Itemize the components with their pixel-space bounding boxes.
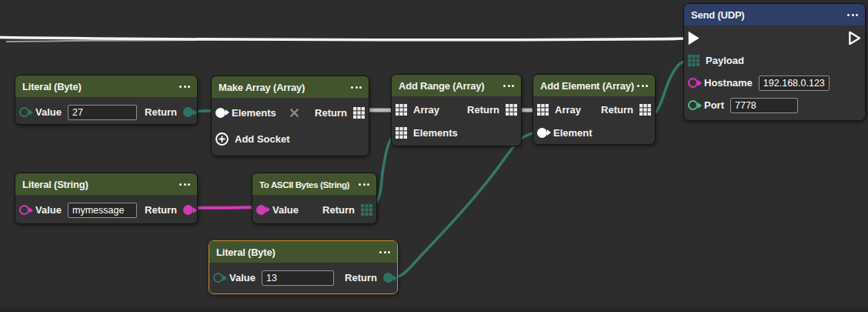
port-label: Port [704, 99, 724, 111]
node-header[interactable]: Literal (Byte) [15, 75, 197, 97]
menu-icon[interactable] [356, 183, 369, 186]
node-graph-canvas[interactable]: Literal (Byte) Value Return Make Array (… [0, 0, 868, 312]
node-header[interactable]: Add Element (Array) [533, 75, 655, 96]
array-input-port[interactable] [396, 104, 407, 116]
hostname-input-port[interactable] [688, 78, 698, 88]
node-header[interactable]: To ASCII Bytes (String) [252, 173, 376, 195]
node-add-element[interactable]: Add Element (Array) Array Return Element [532, 74, 656, 145]
elements-label: Elements [413, 127, 458, 139]
node-make-array[interactable]: Make Array (Array) Elements Return Add S… [211, 75, 369, 156]
value-input-port[interactable] [213, 273, 223, 283]
return-label: Return [601, 104, 633, 116]
exec-in-port[interactable] [688, 31, 700, 45]
value-input[interactable] [68, 105, 137, 120]
value-input-port[interactable] [19, 205, 29, 215]
node-literal-byte-13[interactable]: Literal (Byte) Value Return [209, 240, 398, 294]
return-output-port[interactable] [361, 204, 372, 216]
return-output-port[interactable] [353, 107, 365, 119]
value-input-port[interactable] [19, 107, 29, 117]
value-label: Value [272, 204, 299, 216]
value-input[interactable] [262, 270, 334, 286]
add-socket-label[interactable]: Add Socket [235, 133, 290, 145]
return-output-port[interactable] [639, 104, 651, 116]
element-input-port[interactable] [537, 128, 547, 138]
port-input[interactable] [730, 98, 798, 113]
exec-out-port[interactable] [849, 31, 861, 45]
hostname-input[interactable] [759, 75, 830, 91]
menu-icon[interactable] [176, 86, 190, 88]
node-header[interactable]: Make Array (Array) [212, 76, 369, 98]
return-output-port[interactable] [183, 107, 193, 117]
node-header[interactable]: Add Range (Array) [392, 75, 521, 96]
return-label: Return [145, 106, 177, 118]
return-output-port[interactable] [183, 205, 193, 215]
node-title: Literal (Byte) [216, 247, 275, 258]
wire-literalbyte13-to-element [388, 133, 540, 278]
menu-icon[interactable] [348, 86, 362, 89]
payload-label: Payload [706, 55, 744, 66]
remove-socket-icon[interactable] [289, 108, 299, 118]
value-input-port[interactable] [256, 205, 266, 215]
node-header[interactable]: Send (UDP) [684, 4, 865, 25]
node-header[interactable]: Literal (String) [15, 173, 197, 195]
node-title: Literal (String) [22, 179, 88, 190]
element-label: Element [553, 127, 593, 139]
node-literal-byte-27[interactable]: Literal (Byte) Value Return [15, 75, 198, 125]
node-title: Make Array (Array) [219, 82, 305, 93]
menu-icon[interactable] [176, 183, 190, 186]
menu-icon[interactable] [634, 85, 648, 87]
elements-label: Elements [232, 107, 276, 119]
return-label: Return [322, 204, 355, 216]
payload-input-port[interactable] [688, 55, 699, 66]
exec-wire [0, 38, 686, 40]
value-label: Value [229, 272, 255, 283]
return-label: Return [145, 204, 177, 216]
hostname-label: Hostname [704, 77, 753, 89]
node-send-udp[interactable]: Send (UDP) Payload Hostname Port [683, 3, 866, 121]
node-title: Send (UDP) [691, 9, 745, 21]
return-output-port[interactable] [383, 273, 393, 283]
value-label: Value [35, 204, 62, 216]
array-label: Array [555, 104, 581, 116]
array-label: Array [413, 104, 439, 116]
return-label: Return [467, 104, 499, 116]
array-input-port[interactable] [537, 104, 549, 116]
node-header[interactable]: Literal (Byte) [209, 241, 397, 263]
menu-icon[interactable] [500, 85, 514, 87]
node-literal-string[interactable]: Literal (String) Value Return [15, 173, 198, 224]
node-title: To ASCII Bytes (String) [259, 179, 349, 190]
value-label: Value [35, 106, 62, 118]
port-input-port[interactable] [688, 100, 698, 110]
elements-input-port[interactable] [396, 127, 407, 139]
menu-icon[interactable] [376, 251, 390, 253]
node-title: Add Range (Array) [399, 80, 484, 92]
return-label: Return [345, 272, 377, 283]
node-to-ascii-bytes[interactable]: To ASCII Bytes (String) Value Return [252, 173, 377, 224]
menu-icon[interactable] [844, 14, 858, 16]
value-input[interactable] [68, 203, 137, 218]
elements-input-port[interactable] [215, 108, 225, 118]
node-title: Add Element (Array) [540, 80, 634, 92]
return-label: Return [315, 107, 347, 119]
return-output-port[interactable] [506, 104, 517, 116]
node-title: Literal (Byte) [22, 81, 82, 92]
add-socket-icon[interactable] [215, 133, 229, 146]
canvas-bottom-edge [0, 307, 868, 312]
node-add-range[interactable]: Add Range (Array) Array Return Elements [391, 74, 522, 146]
